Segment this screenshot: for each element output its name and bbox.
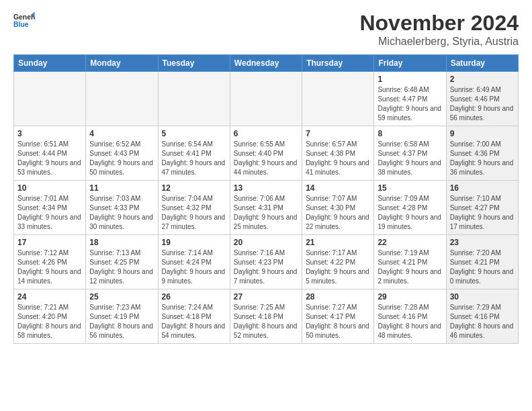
day-cell: 22Sunrise: 7:19 AM Sunset: 4:21 PM Dayli…: [374, 235, 446, 289]
day-detail: Sunrise: 7:17 AM Sunset: 4:22 PM Dayligh…: [306, 248, 370, 286]
day-number: 24: [17, 292, 82, 302]
day-detail: Sunrise: 6:58 AM Sunset: 4:37 PM Dayligh…: [378, 140, 442, 177]
day-detail: Sunrise: 6:57 AM Sunset: 4:38 PM Dayligh…: [306, 140, 370, 177]
day-detail: Sunrise: 7:09 AM Sunset: 4:28 PM Dayligh…: [378, 194, 442, 232]
day-detail: Sunrise: 7:25 AM Sunset: 4:18 PM Dayligh…: [234, 303, 298, 340]
weekday-header-friday: Friday: [374, 55, 446, 72]
header: General Blue November 2024 Michaelerberg…: [13, 11, 519, 48]
day-cell: 27Sunrise: 7:25 AM Sunset: 4:18 PM Dayli…: [230, 289, 302, 344]
day-cell: 19Sunrise: 7:14 AM Sunset: 4:24 PM Dayli…: [158, 235, 230, 289]
day-detail: Sunrise: 7:16 AM Sunset: 4:23 PM Dayligh…: [234, 248, 298, 286]
day-cell: 5Sunrise: 6:54 AM Sunset: 4:41 PM Daylig…: [158, 126, 230, 181]
day-cell: [158, 72, 230, 126]
day-detail: Sunrise: 7:21 AM Sunset: 4:20 PM Dayligh…: [17, 303, 82, 340]
day-cell: 16Sunrise: 7:10 AM Sunset: 4:27 PM Dayli…: [446, 181, 518, 235]
day-number: 20: [234, 238, 298, 247]
day-number: 29: [378, 292, 442, 302]
day-number: 12: [162, 183, 226, 193]
day-number: 18: [89, 238, 154, 247]
day-detail: Sunrise: 7:20 AM Sunset: 4:21 PM Dayligh…: [450, 248, 515, 286]
day-number: 22: [378, 238, 442, 247]
day-number: 17: [17, 238, 82, 247]
day-cell: [86, 72, 158, 126]
weekday-header-sunday: Sunday: [14, 55, 86, 72]
day-number: 3: [17, 129, 82, 138]
day-cell: [302, 72, 374, 126]
day-detail: Sunrise: 7:13 AM Sunset: 4:25 PM Dayligh…: [89, 248, 154, 286]
page: General Blue November 2024 Michaelerberg…: [0, 0, 532, 351]
weekday-header-tuesday: Tuesday: [158, 55, 230, 72]
day-cell: 9Sunrise: 7:00 AM Sunset: 4:36 PM Daylig…: [446, 126, 518, 181]
day-detail: Sunrise: 6:48 AM Sunset: 4:47 PM Dayligh…: [378, 85, 442, 123]
week-row-2: 10Sunrise: 7:01 AM Sunset: 4:34 PM Dayli…: [14, 181, 519, 235]
day-detail: Sunrise: 6:55 AM Sunset: 4:40 PM Dayligh…: [234, 140, 298, 177]
day-detail: Sunrise: 7:12 AM Sunset: 4:26 PM Dayligh…: [17, 248, 82, 286]
title-block: November 2024 Michaelerberg, Styria, Aus…: [359, 11, 519, 48]
day-cell: 24Sunrise: 7:21 AM Sunset: 4:20 PM Dayli…: [14, 289, 86, 344]
day-number: 5: [162, 129, 226, 138]
day-cell: 26Sunrise: 7:24 AM Sunset: 4:18 PM Dayli…: [158, 289, 230, 344]
day-cell: 23Sunrise: 7:20 AM Sunset: 4:21 PM Dayli…: [446, 235, 518, 289]
day-cell: 4Sunrise: 6:52 AM Sunset: 4:43 PM Daylig…: [86, 126, 158, 181]
day-number: 10: [17, 183, 82, 193]
weekday-header-saturday: Saturday: [446, 55, 518, 72]
logo: General Blue: [13, 11, 35, 30]
day-detail: Sunrise: 7:28 AM Sunset: 4:16 PM Dayligh…: [378, 303, 442, 340]
day-cell: 13Sunrise: 7:06 AM Sunset: 4:31 PM Dayli…: [230, 181, 302, 235]
calendar-table: SundayMondayTuesdayWednesdayThursdayFrid…: [13, 54, 519, 344]
day-cell: 7Sunrise: 6:57 AM Sunset: 4:38 PM Daylig…: [302, 126, 374, 181]
day-cell: 17Sunrise: 7:12 AM Sunset: 4:26 PM Dayli…: [14, 235, 86, 289]
day-cell: 8Sunrise: 6:58 AM Sunset: 4:37 PM Daylig…: [374, 126, 446, 181]
day-cell: 29Sunrise: 7:28 AM Sunset: 4:16 PM Dayli…: [374, 289, 446, 344]
day-cell: 3Sunrise: 6:51 AM Sunset: 4:44 PM Daylig…: [14, 126, 86, 181]
day-detail: Sunrise: 6:51 AM Sunset: 4:44 PM Dayligh…: [17, 140, 82, 177]
day-number: 14: [306, 183, 370, 193]
day-detail: Sunrise: 7:03 AM Sunset: 4:33 PM Dayligh…: [89, 194, 154, 232]
day-number: 1: [378, 75, 442, 84]
week-row-4: 24Sunrise: 7:21 AM Sunset: 4:20 PM Dayli…: [14, 289, 519, 344]
day-number: 15: [378, 183, 442, 193]
day-number: 6: [234, 129, 298, 138]
day-number: 26: [162, 292, 226, 302]
week-row-3: 17Sunrise: 7:12 AM Sunset: 4:26 PM Dayli…: [14, 235, 519, 289]
day-number: 2: [450, 75, 515, 84]
day-cell: 25Sunrise: 7:23 AM Sunset: 4:19 PM Dayli…: [86, 289, 158, 344]
day-detail: Sunrise: 7:00 AM Sunset: 4:36 PM Dayligh…: [450, 140, 515, 177]
day-cell: 1Sunrise: 6:48 AM Sunset: 4:47 PM Daylig…: [374, 72, 446, 126]
day-number: 27: [234, 292, 298, 302]
day-cell: 6Sunrise: 6:55 AM Sunset: 4:40 PM Daylig…: [230, 126, 302, 181]
logo-icon: General Blue: [13, 11, 35, 30]
day-cell: 15Sunrise: 7:09 AM Sunset: 4:28 PM Dayli…: [374, 181, 446, 235]
day-detail: Sunrise: 7:24 AM Sunset: 4:18 PM Dayligh…: [162, 303, 226, 340]
day-number: 11: [89, 183, 154, 193]
day-cell: [14, 72, 86, 126]
day-cell: 21Sunrise: 7:17 AM Sunset: 4:22 PM Dayli…: [302, 235, 374, 289]
day-number: 28: [306, 292, 370, 302]
day-number: 19: [162, 238, 226, 247]
day-number: 4: [89, 129, 154, 138]
day-detail: Sunrise: 7:23 AM Sunset: 4:19 PM Dayligh…: [89, 303, 154, 340]
day-cell: 11Sunrise: 7:03 AM Sunset: 4:33 PM Dayli…: [86, 181, 158, 235]
week-row-1: 3Sunrise: 6:51 AM Sunset: 4:44 PM Daylig…: [14, 126, 519, 181]
day-detail: Sunrise: 7:14 AM Sunset: 4:24 PM Dayligh…: [162, 248, 226, 286]
weekday-header-monday: Monday: [86, 55, 158, 72]
day-cell: 10Sunrise: 7:01 AM Sunset: 4:34 PM Dayli…: [14, 181, 86, 235]
day-detail: Sunrise: 6:52 AM Sunset: 4:43 PM Dayligh…: [89, 140, 154, 177]
location-title: Michaelerberg, Styria, Austria: [359, 36, 519, 48]
week-row-0: 1Sunrise: 6:48 AM Sunset: 4:47 PM Daylig…: [14, 72, 519, 126]
day-cell: 28Sunrise: 7:27 AM Sunset: 4:17 PM Dayli…: [302, 289, 374, 344]
month-title: November 2024: [359, 11, 519, 36]
svg-text:Blue: Blue: [13, 21, 29, 28]
weekday-header-wednesday: Wednesday: [230, 55, 302, 72]
day-detail: Sunrise: 7:01 AM Sunset: 4:34 PM Dayligh…: [17, 194, 82, 232]
day-number: 13: [234, 183, 298, 193]
day-detail: Sunrise: 7:29 AM Sunset: 4:16 PM Dayligh…: [450, 303, 515, 340]
day-detail: Sunrise: 7:27 AM Sunset: 4:17 PM Dayligh…: [306, 303, 370, 340]
day-cell: 2Sunrise: 6:49 AM Sunset: 4:46 PM Daylig…: [446, 72, 518, 126]
day-number: 25: [89, 292, 154, 302]
day-detail: Sunrise: 6:54 AM Sunset: 4:41 PM Dayligh…: [162, 140, 226, 177]
day-detail: Sunrise: 7:04 AM Sunset: 4:32 PM Dayligh…: [162, 194, 226, 232]
day-number: 21: [306, 238, 370, 247]
day-number: 9: [450, 129, 515, 138]
day-cell: 30Sunrise: 7:29 AM Sunset: 4:16 PM Dayli…: [446, 289, 518, 344]
